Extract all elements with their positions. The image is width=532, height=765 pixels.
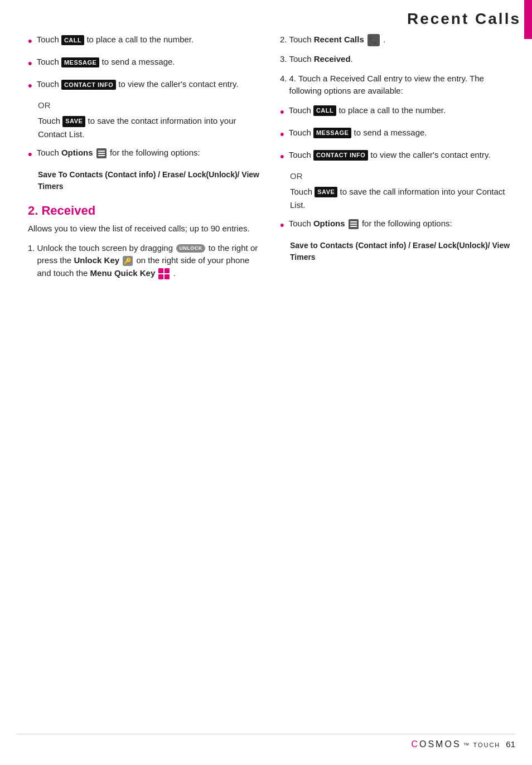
call-button-label: CALL [61,35,84,46]
bullet-dot: • [28,76,32,95]
step-number: 4. [280,72,287,85]
recent-calls-icon: 📞 [367,34,380,46]
bullet-text: Touch CALL to place a call to the number… [37,33,263,46]
step-text: Touch Recent Calls 📞 . [289,33,515,46]
options-icon [96,148,107,158]
page-footer: cosmos ™ TOUCH 61 [411,739,515,749]
left-bullet-list: • Touch CALL to place a call to the numb… [28,33,263,95]
step-text: 4. Touch a Received Call entry to view t… [289,72,515,98]
step-text: Unlock the touch screen by dragging UNLO… [37,242,263,280]
list-item: • Touch MESSAGE to send a message. [280,127,515,143]
footer-line [17,734,515,734]
message-button-label-r: MESSAGE [313,128,352,138]
step-number: 1. [28,242,35,255]
step-4: 4. 4. Touch a Received Call entry to vie… [280,72,515,98]
brand-name: cosmos [411,739,461,749]
step-text: Touch Received. [289,53,515,66]
bullet-dot: • [280,125,284,143]
contact-info-button-label-r: CONTACT INFO [313,150,368,161]
step-1: 1. Unlock the touch screen by dragging U… [28,242,263,280]
page-header: Recent Calls [0,0,532,33]
options-icon-r [349,219,359,229]
accent-bar [524,0,532,39]
list-item: • Touch CALL to place a call to the numb… [28,33,263,50]
save-button-label-r: SAVE [315,187,337,198]
step-2: 2. Touch Recent Calls 📞 . [280,33,515,46]
bullet-dot: • [280,147,284,166]
or-text: OR [38,100,263,110]
or-text-right: OR [290,171,515,181]
message-button-label: MESSAGE [61,57,100,68]
bullet-text: Touch Options for the following options: [37,147,263,159]
bullet-text: Touch MESSAGE to send a message. [37,56,263,69]
step-3: 3. Touch Received. [280,53,515,66]
right-bullet-list: • Touch CALL to place a call to the numb… [280,104,515,166]
menu-quick-key-icon [158,268,170,279]
list-item: • Touch Options for the following option… [280,217,515,234]
list-item: • Touch Options for the following option… [28,147,263,163]
contact-info-button-label: CONTACT INFO [61,80,116,90]
bullet-text: Touch CONTACT INFO to view the caller's … [289,149,515,162]
main-content: • Touch CALL to place a call to the numb… [0,33,532,308]
bullet-dot: • [280,216,284,234]
options-sub-text: Save To Contacts (Contact info) / Erase/… [38,169,263,192]
list-item: • Touch CONTACT INFO to view the caller'… [280,149,515,166]
list-item: • Touch CONTACT INFO to view the caller'… [28,78,263,95]
save-button-label: SAVE [62,116,85,127]
footer-touch-label: ™ TOUCH [463,742,501,748]
unlock-slider-icon: UNLOCK [176,244,205,253]
right-column: 2. Touch Recent Calls 📞 . 3. Touch Recei… [280,33,515,286]
page-title: Recent Calls [407,10,532,28]
bullet-dot: • [28,32,32,50]
bullet-text: Touch CALL to place a call to the number… [289,104,515,117]
step-number: 3. [280,53,287,66]
save-line-right: Touch SAVE to save the call information … [290,185,515,212]
section-heading-received: 2. Received [28,204,263,218]
brand-c: c [411,739,419,749]
bullet-text: Touch CONTACT INFO to view the caller's … [37,78,263,91]
list-item: • Touch CALL to place a call to the numb… [280,104,515,121]
left-column: • Touch CALL to place a call to the numb… [28,33,263,286]
options-sub-text-right: Save to Contacts (Contact info) / Erase/… [290,240,515,263]
step-number: 2. [280,33,287,46]
section-desc: Allows you to view the list of received … [28,222,263,235]
bullet-text: Touch MESSAGE to send a message. [289,127,515,139]
left-options-list: • Touch Options for the following option… [28,147,263,163]
unlock-key-icon: 🔑 [123,256,133,266]
save-line: Touch SAVE to save the contact informati… [38,114,263,141]
right-options-list: • Touch Options for the following option… [280,217,515,234]
bullet-dot: • [28,145,32,163]
bullet-dot: • [280,103,284,121]
bullet-dot: • [28,54,32,72]
list-item: • Touch MESSAGE to send a message. [28,56,263,72]
page-number: 61 [506,739,515,749]
bullet-text: Touch Options for the following options: [289,217,515,230]
call-button-label-r: CALL [313,105,336,116]
